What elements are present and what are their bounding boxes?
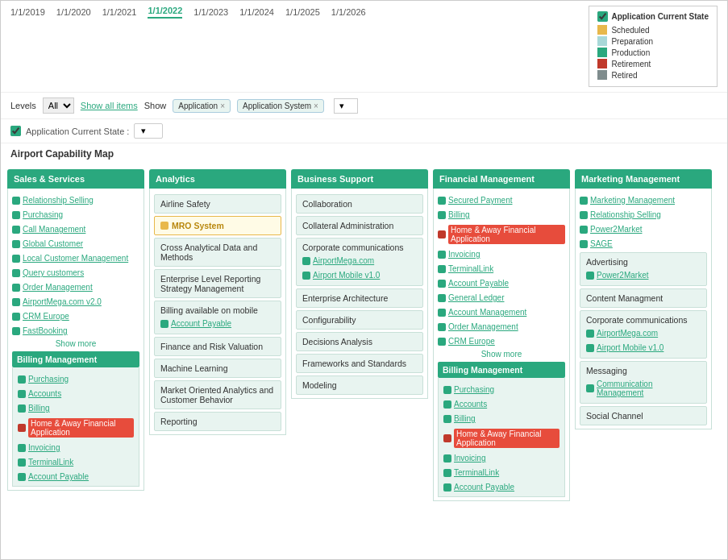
- app-link[interactable]: Local Customer Management: [23, 254, 128, 263]
- app-link[interactable]: AirportMega.com: [597, 329, 658, 338]
- app-link[interactable]: FastBooking: [23, 326, 68, 335]
- app-link[interactable]: Purchasing: [28, 375, 69, 384]
- section-title: Billing Management: [438, 362, 565, 378]
- timeline-item[interactable]: 1/1/2019: [10, 7, 45, 17]
- app-link[interactable]: Home & Away Financial Application: [454, 429, 560, 448]
- tag-application[interactable]: Application ×: [173, 99, 231, 113]
- app-link[interactable]: Marketing Management: [590, 196, 675, 205]
- show-more-link[interactable]: Show more: [438, 350, 565, 359]
- app-link[interactable]: Accounts: [454, 400, 487, 409]
- app-item: Secured Payment: [438, 194, 565, 206]
- app-link[interactable]: Query customers: [23, 268, 84, 277]
- app-link[interactable]: TerminalLink: [454, 468, 499, 477]
- col-header: Sales & Services: [7, 169, 144, 189]
- app-link[interactable]: Purchasing: [23, 210, 63, 219]
- app-link[interactable]: Power2Market: [590, 225, 642, 234]
- legend-item-label: Preparation: [611, 37, 653, 46]
- app-link[interactable]: Power2Market: [597, 271, 648, 280]
- timeline-item[interactable]: 1/1/2020: [56, 7, 91, 17]
- app-icon: [586, 330, 594, 338]
- app-icon: [438, 309, 446, 317]
- app-link[interactable]: CRM Europe: [448, 337, 495, 346]
- app-link[interactable]: Invoicing: [454, 454, 485, 463]
- app-link[interactable]: AirportMega.com v2.0: [23, 297, 102, 306]
- app-link[interactable]: Billing: [454, 414, 476, 423]
- col-body: Secured PaymentBillingHome & Away Financ…: [433, 189, 570, 501]
- show-more-link[interactable]: Show more: [12, 339, 139, 348]
- block-title: Corporate communications: [586, 315, 701, 325]
- app-link[interactable]: Invoicing: [448, 250, 480, 259]
- remove-application-system-tag[interactable]: ×: [314, 102, 318, 110]
- app-link[interactable]: Account Payable: [454, 483, 514, 492]
- controls-dropdown[interactable]: ▾: [334, 98, 358, 114]
- timeline-item[interactable]: 1/1/2024: [239, 7, 274, 17]
- tag-application-system[interactable]: Application System ×: [237, 99, 324, 113]
- app-link[interactable]: Account Payable: [448, 279, 509, 288]
- col-financial: Financial ManagementSecured PaymentBilli…: [433, 169, 570, 501]
- app-item: Airport Mobile v1.0: [586, 342, 701, 354]
- timeline-item[interactable]: 1/1/2021: [102, 7, 137, 17]
- block-title: Market Oriented Analytics and Customer B…: [160, 385, 275, 404]
- timeline-item[interactable]: 1/1/2026: [331, 7, 366, 17]
- block-title: Collaboration: [302, 199, 417, 209]
- app-link[interactable]: Account Payable: [28, 472, 89, 481]
- app-icon: [18, 424, 26, 432]
- app-link[interactable]: Purchasing: [454, 385, 494, 394]
- app-item: Billing: [438, 209, 565, 221]
- app-link[interactable]: Airport Mobile v1.0: [597, 343, 664, 352]
- app-icon: [443, 454, 451, 463]
- legend-item: Production: [597, 48, 709, 57]
- app-link[interactable]: Home & Away Financial Application: [28, 418, 134, 438]
- app-link[interactable]: Call Management: [23, 225, 85, 234]
- block-title: Social Channel: [586, 411, 701, 421]
- app-link[interactable]: TerminalLink: [28, 458, 73, 467]
- app-icon: [438, 211, 446, 219]
- timeline-item[interactable]: 1/1/2023: [193, 7, 228, 17]
- app-icon: [580, 240, 588, 248]
- app-link[interactable]: TerminalLink: [448, 264, 493, 273]
- app-item: AirportMega.com: [586, 327, 701, 339]
- app-link[interactable]: Home & Away Financial Application: [448, 225, 565, 244]
- cat-block: Corporate communicationsAirportMega.comA…: [580, 310, 707, 359]
- legend-item: Preparation: [597, 36, 709, 46]
- app-link[interactable]: Relationship Selling: [590, 210, 661, 219]
- legend-color-box: [597, 48, 607, 57]
- remove-application-tag[interactable]: ×: [220, 102, 225, 110]
- app-link[interactable]: Accounts: [28, 389, 61, 398]
- app-link[interactable]: Account Payable: [171, 319, 231, 328]
- app-link[interactable]: Order Management: [23, 283, 93, 292]
- app-link[interactable]: AirportMega.com: [313, 256, 374, 265]
- app-link[interactable]: Order Management: [448, 322, 518, 331]
- app-link[interactable]: Billing: [448, 210, 470, 219]
- app-link[interactable]: Invoicing: [28, 443, 60, 452]
- appstate-checkbox[interactable]: [10, 126, 21, 136]
- block-title: Reporting: [160, 417, 275, 426]
- app-item: CRM Europe: [438, 335, 565, 347]
- app-link[interactable]: Relationship Selling: [23, 196, 94, 205]
- app-link[interactable]: Airport Mobile v1.0: [313, 271, 380, 280]
- app-item: Invoicing: [443, 452, 560, 464]
- block-title: Frameworks and Standards: [302, 359, 417, 368]
- levels-select[interactable]: All: [43, 97, 74, 114]
- app-link[interactable]: CRM Europe: [23, 312, 69, 321]
- app-link[interactable]: SAGE: [590, 239, 613, 248]
- timeline-item[interactable]: 1/1/2022: [148, 6, 182, 19]
- timeline-item[interactable]: 1/1/2025: [285, 7, 320, 17]
- legend-item-label: Retirement: [611, 60, 651, 68]
- app-item: Relationship Selling: [12, 194, 139, 206]
- app-icon: [18, 444, 26, 452]
- app-icon: [438, 280, 446, 288]
- show-all-btn[interactable]: Show all items: [81, 101, 138, 110]
- app-item: Order Management: [12, 281, 139, 293]
- cat-block: MessagingCommunication Management: [580, 361, 707, 404]
- app-icon: [580, 211, 588, 219]
- appstate-dropdown[interactable]: ▾: [134, 123, 163, 139]
- app-link[interactable]: Account Management: [448, 308, 526, 317]
- app-link[interactable]: Billing: [28, 404, 50, 413]
- legend-checkbox[interactable]: [597, 11, 608, 22]
- app-link[interactable]: Global Customer: [23, 239, 83, 248]
- app-link[interactable]: Secured Payment: [448, 196, 513, 205]
- app-link[interactable]: General Ledger: [448, 293, 505, 302]
- app-link[interactable]: Communication Management: [597, 380, 701, 397]
- levels-label: Levels: [10, 101, 36, 110]
